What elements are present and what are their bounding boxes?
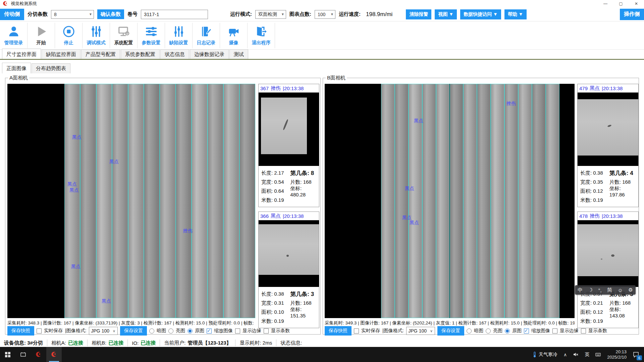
stop-button[interactable]: 停止 <box>55 23 83 48</box>
show-strip-count-checkbox[interactable] <box>264 328 269 334</box>
maximize-button[interactable]: ▢ <box>613 0 629 7</box>
clear-alarm-button[interactable]: 清除报警 <box>406 9 431 19</box>
confirm-count-button[interactable]: 确认条数 <box>97 9 124 19</box>
save-snapshot-button[interactable]: 保存快照 <box>325 326 352 336</box>
start-button[interactable]: 开始 <box>28 23 55 48</box>
chevron-down-icon: ∨ <box>113 329 115 333</box>
film-strip <box>504 84 518 318</box>
capture-button[interactable]: 摄像 <box>220 23 248 48</box>
film-strip <box>463 84 477 318</box>
volume-muted-button[interactable] <box>571 347 581 362</box>
film-strip <box>532 84 546 318</box>
tab-product-model-config[interactable]: 产品型号配置 <box>81 49 120 59</box>
ime-settings-icon[interactable]: ⚙ <box>628 287 633 293</box>
image-format-select[interactable]: JPG 100∨ <box>89 327 118 335</box>
save-settings-button[interactable]: 保存设置 <box>437 326 464 336</box>
tab-status-info[interactable]: 状态信息 <box>160 49 189 59</box>
defect-stats: 长度: 0.38 第几条: 4 宽度: 0.35 片数: 168 面积: 0.1… <box>578 166 638 207</box>
ime-halfwidth-icon[interactable]: ☽ <box>588 287 593 293</box>
notification-center-button[interactable]: 6 <box>631 347 643 362</box>
view-menu-button[interactable]: 视图 ▼ <box>435 9 457 19</box>
tray-expand-button[interactable]: ∧ <box>561 347 569 362</box>
tab-test[interactable]: 测试 <box>229 49 248 59</box>
ime-emoji-icon[interactable]: ☺ <box>618 287 623 293</box>
defect-thumbnail <box>259 93 319 166</box>
system-config-icon <box>117 25 130 38</box>
camera-b-image[interactable]: 挫伤黑点黑点黑点黑点 <box>325 84 575 318</box>
data-quick-access-menu-button[interactable]: 数据快捷访问 ▼ <box>460 9 501 19</box>
realtime-save-label: 实时保存 <box>361 328 380 334</box>
clock-widget[interactable]: 20:13 2025/2/10 <box>604 349 629 360</box>
chart-points-value: 100 <box>318 12 325 17</box>
zoom-image-checkbox[interactable] <box>207 328 212 334</box>
slit-count-label: 分切条数 <box>28 11 48 17</box>
camera-a-conn-label: 相机A: <box>51 340 66 346</box>
defect-card[interactable]: 367 挫伤 |20:13:38 长度: 2.17 第几条: 8 宽度: 0.5… <box>258 84 319 207</box>
camera-b-panel: B面相机 挫伤黑点黑点黑点黑点 479 黑点 |20:13:38 长度: 0.3… <box>323 78 639 335</box>
show-edges-checkbox[interactable] <box>235 328 240 334</box>
admin-login-button[interactable]: 管理登录 <box>0 23 28 48</box>
running-app-button[interactable] <box>46 347 62 362</box>
tab-size-monitor[interactable]: 尺寸监控界面 <box>2 49 41 59</box>
start-button[interactable] <box>0 347 15 362</box>
bright-image-radio[interactable] <box>168 328 173 334</box>
log-record-button[interactable]: 日志记录 <box>193 23 220 48</box>
drive-side-button[interactable]: 传动侧 <box>0 9 24 20</box>
film-strip <box>239 84 255 318</box>
debug-mode-button[interactable]: 调试模式 <box>83 23 110 48</box>
input-language-button[interactable]: 英 <box>582 347 592 362</box>
bright-image-label: 亮图 <box>176 328 185 334</box>
bright-image-radio[interactable] <box>486 328 491 334</box>
realtime-save-checkbox[interactable] <box>354 328 359 334</box>
save-snapshot-button[interactable]: 保存快照 <box>7 326 34 336</box>
weather-widget[interactable]: 天气寒冷 <box>530 347 560 362</box>
ime-simplified-toggle[interactable]: 简 <box>607 287 612 293</box>
camera-a-image[interactable]: 黑点黑点黑点黑点挫伤黑点黑点 <box>7 84 255 318</box>
pinned-app-button[interactable] <box>31 347 46 362</box>
film-strip <box>192 84 207 318</box>
camera-b-conn-label: 相机B: <box>92 340 106 346</box>
defect-card[interactable]: 478 挫伤 |20:13:38 长度: 0.57 第几条: 3 宽度: 0.2… <box>577 212 639 328</box>
touch-keyboard-button[interactable] <box>593 347 603 362</box>
minimize-button[interactable]: — <box>598 0 613 7</box>
image-format-select[interactable]: JPG 100∨ <box>406 327 435 335</box>
camera-a-title: A面相机 <box>8 75 29 81</box>
original-image-radio[interactable] <box>187 328 193 334</box>
task-view-button[interactable] <box>15 347 31 362</box>
system-config-button[interactable]: 系统配置 <box>110 23 138 48</box>
defect-marker-label: 黑点 <box>72 134 82 140</box>
tab-trend-chart[interactable]: 分布趋势图表 <box>32 63 70 73</box>
chart-points-select[interactable]: 100▼ <box>315 10 335 19</box>
ime-lang-toggle[interactable]: 中 <box>578 287 583 293</box>
roll-number-input[interactable] <box>141 10 208 19</box>
tab-edge-data-record[interactable]: 边缘数据记录 <box>190 49 229 59</box>
realtime-save-checkbox[interactable] <box>37 328 42 334</box>
run-mode-select[interactable]: 双面检测▼ <box>255 10 286 19</box>
dark-image-radio[interactable] <box>149 328 154 334</box>
dark-image-radio[interactable] <box>467 328 472 334</box>
zoom-image-checkbox[interactable] <box>524 328 529 334</box>
tab-system-param-config[interactable]: 系统参数配置 <box>121 49 160 59</box>
exit-program-button[interactable]: 退出程序 <box>248 23 275 48</box>
save-settings-button[interactable]: 保存设置 <box>120 326 147 336</box>
camera-b-controls: 保存快照 实时保存 |图像格式: JPG 100∨ 保存设置 暗图 亮图 原图 … <box>325 326 575 336</box>
defect-card[interactable]: 479 黑点 |20:13:38 长度: 0.38 第几条: 4 宽度: 0.3… <box>577 84 639 207</box>
help-menu-button[interactable]: 帮助 ▼ <box>504 9 527 19</box>
defect-settings-button[interactable]: 缺陷设置 <box>165 23 193 48</box>
input-language-label: 英 <box>585 352 589 358</box>
close-button[interactable]: ✕ <box>629 0 644 7</box>
show-strip-count-checkbox[interactable] <box>581 328 586 334</box>
original-image-radio[interactable] <box>505 328 510 334</box>
tab-defect-monitor[interactable]: 缺陷监控界面 <box>42 49 80 59</box>
operator-side-button[interactable]: 操作侧 <box>620 9 644 20</box>
slit-count-select[interactable]: 8▼ <box>51 10 94 19</box>
io-conn-status: 已连接 <box>141 340 156 346</box>
defect-card[interactable]: 366 黑点 |20:13:38 长度: 0.38 第几条: 3 宽度: 0.3… <box>258 212 319 328</box>
film-strip <box>491 84 504 318</box>
show-edges-checkbox[interactable] <box>552 328 557 334</box>
param-settings-button[interactable]: 参数设置 <box>138 23 165 48</box>
tab-front-image[interactable]: 正面图像 <box>2 63 31 73</box>
current-user-value: 管理员【123-123】 <box>187 340 231 346</box>
film-strip <box>395 84 409 318</box>
ime-punctuation-toggle[interactable]: °, <box>598 287 602 293</box>
